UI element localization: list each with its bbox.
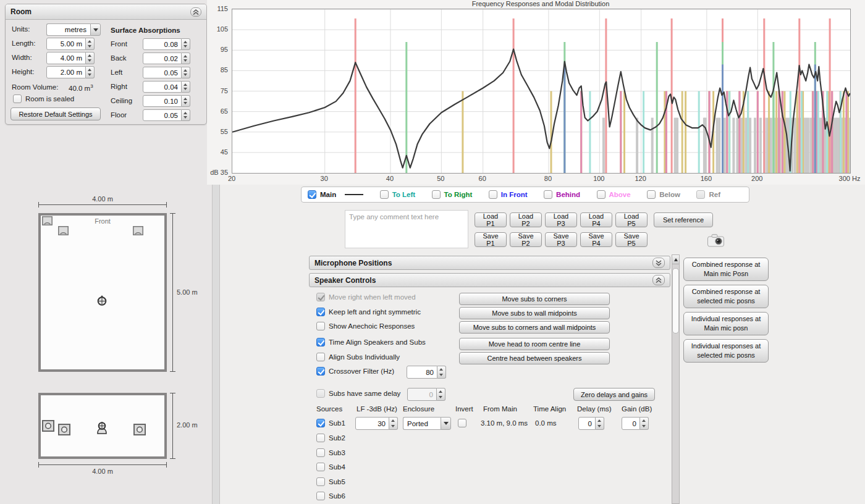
legend-checkbox[interactable]: [544, 190, 552, 199]
save-p1-button[interactable]: Save P1: [475, 232, 507, 247]
chart-plot-area[interactable]: [232, 9, 851, 174]
speaker-controls-section[interactable]: Speaker Controls: [309, 273, 670, 287]
time-align-checkbox[interactable]: [316, 338, 325, 346]
microphone-positions-section[interactable]: Microphone Positions: [309, 256, 670, 270]
dimension-line: [172, 213, 173, 372]
keep-symmetric-checkbox[interactable]: [316, 308, 325, 316]
move-subs-midpoints-button[interactable]: Move subs to wall midpoints: [459, 307, 610, 319]
move-subs-corners-midpoints-button[interactable]: Move subs to corners and wall midpoints: [459, 321, 610, 334]
save-p5-button[interactable]: Save P5: [615, 232, 648, 247]
legend-checkbox[interactable]: [489, 190, 497, 199]
sub5-label: Sub5: [329, 478, 345, 485]
room-front-view-wall[interactable]: [41, 395, 164, 456]
stepper-buttons: [437, 388, 445, 401]
individual-responses-selected-button[interactable]: Individual responses atselected mic posn…: [683, 339, 769, 363]
trace-legend: Main To Left To Right In Front Behind Ab…: [301, 187, 749, 203]
sub5-checkbox[interactable]: [316, 477, 325, 486]
time-align-header: Time Align: [533, 405, 566, 413]
collapse-section-button[interactable]: [652, 275, 665, 285]
units-dropdown[interactable]: metres: [46, 23, 101, 36]
legend-item-below[interactable]: Below: [647, 190, 680, 200]
legend-checkbox[interactable]: [308, 190, 316, 199]
load-p1-button[interactable]: Load P1: [475, 212, 507, 227]
sub4-checkbox[interactable]: [316, 463, 325, 471]
load-p5-button[interactable]: Load P5: [615, 212, 648, 227]
legend-checkbox[interactable]: [647, 190, 656, 199]
load-p4-button[interactable]: Load P4: [580, 212, 612, 227]
room-panel-collapse-button[interactable]: [190, 7, 201, 17]
x-axis-tick-label: 40: [368, 175, 411, 182]
speaker-position[interactable]: [58, 226, 69, 238]
room-sealed-checkbox[interactable]: [13, 94, 22, 103]
speaker-position[interactable]: [133, 226, 143, 238]
legend-checkbox[interactable]: [597, 190, 606, 199]
same-delay-label: Subs have same delay: [329, 390, 400, 397]
restore-defaults-button[interactable]: Restore Default Settings: [11, 107, 101, 120]
combined-response-selected-button[interactable]: Combined response atselected mic posns: [683, 285, 769, 308]
stepper-buttons[interactable]: [86, 66, 95, 78]
stepper-buttons[interactable]: [182, 95, 190, 107]
move-head-centre-line-button[interactable]: Move head to room centre line: [459, 338, 610, 350]
stepper-buttons[interactable]: [86, 52, 95, 64]
room-front-view: [38, 393, 167, 459]
save-p4-button[interactable]: Save P4: [580, 232, 612, 247]
stepper-buttons[interactable]: [182, 52, 190, 64]
save-p2-button[interactable]: Save P2: [510, 232, 542, 247]
sub1-invert-checkbox[interactable]: [458, 419, 466, 427]
set-reference-button[interactable]: Set reference: [654, 212, 713, 227]
legend-item-main[interactable]: Main: [308, 190, 363, 200]
stepper-buttons[interactable]: [86, 38, 95, 50]
combined-response-main-button[interactable]: Combined response atMain mic Posn: [683, 258, 769, 281]
load-p3-button[interactable]: Load P3: [545, 212, 577, 227]
speaker-panel-scrollbar[interactable]: [672, 254, 680, 504]
sub6-checkbox[interactable]: [316, 492, 325, 500]
legend-item-above[interactable]: Above: [597, 190, 631, 200]
sub1-checkbox[interactable]: [316, 419, 325, 427]
sub1-enclosure-dropdown[interactable]: Ported: [403, 417, 451, 430]
load-p2-button[interactable]: Load P2: [510, 212, 542, 227]
scrollbar-thumb[interactable]: [672, 268, 679, 334]
comment-input[interactable]: [345, 210, 468, 248]
speaker-position[interactable]: [58, 424, 70, 438]
front-view-height-dimension: 2.00 m: [177, 421, 198, 429]
legend-item-in-front[interactable]: In Front: [489, 190, 528, 200]
stepper-buttons[interactable]: [182, 67, 190, 78]
align-subs-checkbox[interactable]: [316, 353, 325, 361]
expand-section-button[interactable]: [652, 258, 665, 268]
crossover-stepper: 80: [407, 366, 446, 379]
sub-position[interactable]: [42, 420, 54, 434]
head-position[interactable]: [96, 421, 108, 437]
x-axis-tick-label: 300 Hz: [828, 175, 865, 182]
capture-graph-button[interactable]: [707, 232, 725, 248]
stepper-buttons[interactable]: [182, 109, 190, 121]
move-subs-corners-button[interactable]: Move subs to corners: [459, 293, 610, 305]
stepper-buttons[interactable]: [182, 81, 190, 93]
stepper-buttons[interactable]: [389, 417, 398, 430]
room-top-view-floor[interactable]: [41, 216, 164, 369]
head-position[interactable]: [96, 295, 108, 309]
individual-responses-main-button[interactable]: Individual responses atMain mic posn: [683, 312, 769, 335]
crossover-checkbox[interactable]: [316, 367, 325, 376]
legend-checkbox[interactable]: [432, 190, 441, 199]
sub2-checkbox[interactable]: [316, 434, 325, 442]
save-p3-button[interactable]: Save P3: [545, 232, 577, 247]
x-axis-tick-label: 200: [735, 175, 778, 182]
legend-item-to-right[interactable]: To Right: [432, 190, 473, 200]
invert-header: Invert: [455, 405, 473, 413]
speaker-position[interactable]: [133, 424, 146, 438]
stepper-buttons[interactable]: [640, 417, 649, 430]
stepper-buttons[interactable]: [437, 366, 446, 379]
stepper-buttons[interactable]: [182, 38, 190, 50]
x-axis-tick-label: 30: [303, 175, 346, 182]
scrollbar-up-button[interactable]: [672, 255, 679, 264]
stepper-buttons[interactable]: [596, 417, 604, 430]
show-anechoic-checkbox[interactable]: [316, 322, 325, 330]
centre-head-speakers-button[interactable]: Centre head between speakers: [459, 352, 610, 364]
absorption-front-label: Front: [111, 40, 127, 48]
sub3-checkbox[interactable]: [316, 448, 325, 457]
same-delay-checkbox[interactable]: [316, 389, 325, 398]
zero-delays-gains-button[interactable]: Zero delays and gains: [573, 388, 655, 401]
legend-checkbox[interactable]: [380, 190, 389, 199]
legend-item-behind[interactable]: Behind: [544, 190, 580, 200]
legend-item-to-left[interactable]: To Left: [380, 190, 415, 200]
